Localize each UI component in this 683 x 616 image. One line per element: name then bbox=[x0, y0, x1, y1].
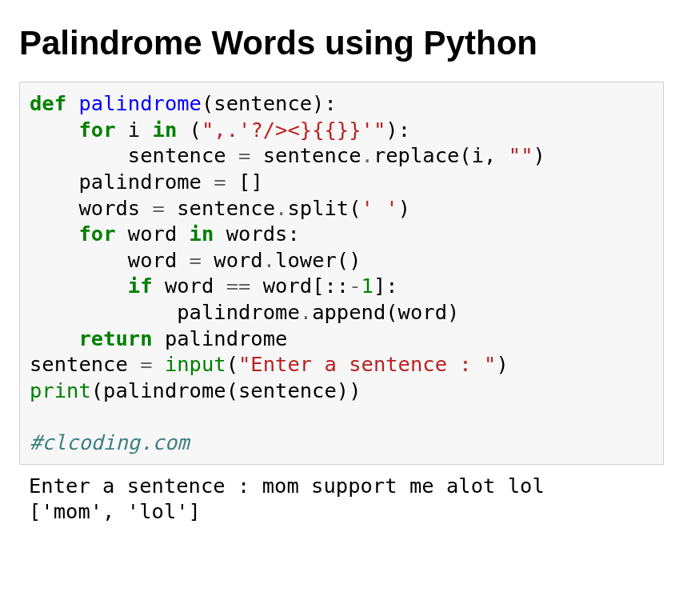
code-text: (palindrome(sentence)) bbox=[91, 378, 361, 402]
keyword-in: in bbox=[190, 222, 214, 246]
code-text: ]: bbox=[373, 274, 398, 298]
code-text: palindrome bbox=[177, 300, 300, 324]
builtin: print bbox=[30, 378, 91, 402]
code-text: word bbox=[153, 274, 226, 298]
keyword-if: if bbox=[128, 274, 153, 298]
code-text: i bbox=[115, 118, 152, 142]
operator: = bbox=[140, 352, 152, 376]
code-text: sentence bbox=[30, 352, 140, 376]
indent bbox=[30, 300, 177, 324]
code-text: palindrome bbox=[153, 326, 288, 350]
code-text: sentence bbox=[128, 143, 238, 167]
code-text: ): bbox=[385, 118, 410, 142]
code-text: palindrome bbox=[78, 170, 214, 194]
string-literal: "" bbox=[509, 143, 533, 167]
code-text: append(word) bbox=[312, 300, 459, 324]
string-literal: ' ' bbox=[361, 196, 398, 220]
keyword-for: for bbox=[78, 118, 115, 142]
operator: = bbox=[214, 170, 226, 194]
indent bbox=[30, 248, 128, 272]
code-text: ) bbox=[496, 352, 508, 376]
operator: = bbox=[153, 196, 165, 220]
output-line: ['mom', 'lol'] bbox=[29, 499, 201, 523]
code-text: [] bbox=[226, 170, 263, 194]
code-text: ( bbox=[226, 352, 238, 376]
page-title: Palindrome Words using Python bbox=[19, 24, 664, 62]
output-line: Enter a sentence : mom support me alot l… bbox=[29, 474, 545, 498]
operator: . bbox=[275, 196, 287, 220]
output-block: Enter a sentence : mom support me alot l… bbox=[19, 465, 664, 525]
indent bbox=[30, 143, 128, 167]
code-text: lower() bbox=[275, 248, 361, 272]
code-block: def palindrome(sentence): for i in (",.'… bbox=[19, 82, 664, 465]
string-literal: ",.'?/><}{{}}'" bbox=[202, 118, 385, 142]
code-text: ( bbox=[177, 118, 202, 142]
keyword-def: def bbox=[30, 91, 66, 115]
number: 1 bbox=[361, 274, 373, 298]
keyword-for: for bbox=[78, 222, 115, 246]
string-literal: "Enter a sentence : " bbox=[238, 352, 496, 376]
indent bbox=[30, 274, 128, 298]
operator: - bbox=[349, 274, 361, 298]
code-text: ) bbox=[533, 143, 545, 167]
code-text: words bbox=[78, 196, 152, 220]
operator: = bbox=[238, 143, 250, 167]
indent bbox=[30, 326, 78, 350]
code-text: words: bbox=[214, 222, 299, 246]
operator: == bbox=[226, 274, 251, 298]
indent bbox=[30, 222, 78, 246]
code-text: replace(i, bbox=[373, 143, 509, 167]
fn-name: palindrome bbox=[78, 91, 202, 115]
builtin: input bbox=[165, 352, 226, 376]
operator: = bbox=[190, 248, 202, 272]
indent bbox=[30, 118, 78, 142]
code-text: ) bbox=[398, 196, 410, 220]
keyword-in: in bbox=[153, 118, 178, 142]
code-text: split( bbox=[287, 196, 361, 220]
keyword-return: return bbox=[78, 326, 152, 350]
code-text: word bbox=[202, 248, 263, 272]
code-text: sentence bbox=[250, 143, 361, 167]
indent bbox=[30, 170, 78, 194]
code-text: (sentence): bbox=[202, 91, 337, 115]
code-text bbox=[153, 352, 165, 376]
code-text: word[:: bbox=[250, 274, 349, 298]
code-text: word bbox=[115, 222, 189, 246]
operator: . bbox=[300, 300, 312, 324]
code-text: word bbox=[128, 248, 190, 272]
operator: . bbox=[263, 248, 275, 272]
comment: #clcoding.com bbox=[30, 430, 190, 454]
operator: . bbox=[361, 143, 373, 167]
code-text: sentence bbox=[165, 196, 275, 220]
indent bbox=[30, 196, 78, 220]
